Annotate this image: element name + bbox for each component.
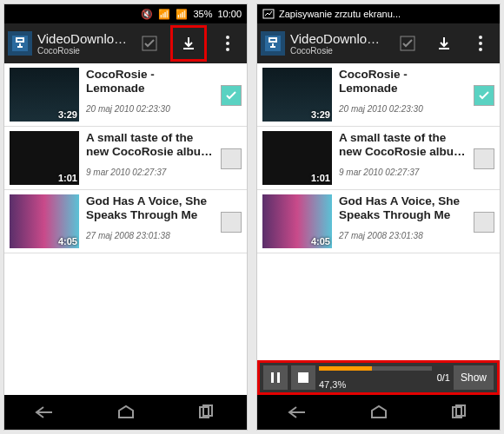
thumbnail[interactable]: 3:29 (262, 68, 332, 122)
status-bar: Zapisywanie zrzutu ekranu... (257, 4, 500, 23)
list-item[interactable]: 4:05 God Has A Voice, She Speaks Through… (4, 190, 247, 253)
list-item[interactable]: 1:01 A small taste of the new CocoRosie … (4, 127, 247, 190)
overflow-menu[interactable] (212, 28, 243, 59)
download-bar: 47,3% 0/1 Show (257, 360, 500, 395)
status-bar: 🔇 📶 📶 35% 10:00 (4, 4, 247, 23)
thumbnail[interactable]: 4:05 (10, 194, 79, 248)
home-button[interactable] (367, 404, 391, 420)
svg-rect-7 (271, 372, 274, 383)
progress: 47,3% 0/1 (319, 366, 450, 390)
list-item[interactable]: 1:01 A small taste of the new CocoRosie … (257, 127, 500, 190)
duration: 3:29 (58, 109, 77, 120)
duration: 4:05 (311, 236, 330, 247)
app-icon[interactable] (8, 31, 32, 56)
thumbnail[interactable]: 1:01 (10, 131, 79, 185)
app-subtitle: CocoRosie (290, 46, 387, 56)
clock: 10:00 (217, 9, 242, 19)
notification-text: Zapisywanie zrzutu ekranu... (279, 9, 401, 19)
duration: 1:01 (58, 173, 77, 183)
checkbox[interactable] (221, 148, 242, 169)
video-date: 27 maj 2008 23:01:38 (339, 231, 467, 240)
video-title: God Has A Voice, She Speaks Through Me (86, 194, 214, 222)
progress-counter: 0/1 (437, 372, 450, 383)
app-icon[interactable] (261, 31, 285, 56)
thumbnail[interactable]: 4:05 (262, 194, 332, 248)
app-title: VideoDownlo… (290, 31, 387, 46)
signal-icon: 📶 (176, 9, 188, 20)
video-list: 3:29 CocoRosie - Lemonade20 maj 2010 02:… (4, 63, 247, 395)
overflow-menu[interactable] (465, 28, 496, 59)
svg-rect-9 (298, 372, 308, 383)
phone-left: 🔇 📶 📶 35% 10:00 VideoDownlo… CocoRosie (3, 3, 248, 431)
video-date: 9 mar 2010 02:27:37 (86, 168, 214, 177)
thumbnail[interactable]: 1:01 (262, 131, 332, 185)
back-button[interactable] (33, 404, 57, 420)
title-box: VideoDownlo… CocoRosie (290, 31, 387, 56)
checkbox[interactable] (474, 148, 494, 169)
progress-bar (319, 366, 432, 371)
download-button[interactable] (428, 28, 460, 59)
wifi-icon: 📶 (158, 9, 170, 20)
list-item[interactable]: 4:05 God Has A Voice, She Speaks Through… (257, 190, 500, 253)
app-subtitle: CocoRosie (37, 46, 129, 56)
list-item[interactable]: 3:29 CocoRosie - Lemonade20 maj 2010 02:… (257, 63, 500, 127)
download-button[interactable] (170, 25, 207, 62)
appbar: VideoDownlo… CocoRosie (257, 23, 500, 63)
video-date: 27 maj 2008 23:01:38 (86, 231, 214, 240)
video-title: A small taste of the new CocoRosie albu… (86, 131, 214, 159)
recent-button[interactable] (195, 404, 219, 420)
checkbox[interactable] (474, 85, 494, 106)
progress-percent: 47,3% (319, 379, 432, 390)
svg-rect-8 (277, 372, 280, 383)
video-date: 20 maj 2010 02:23:30 (339, 104, 467, 114)
checkbox[interactable] (474, 212, 494, 233)
show-button[interactable]: Show (454, 365, 494, 390)
video-title: CocoRosie - Lemonade (339, 68, 467, 95)
duration: 3:29 (311, 109, 330, 120)
stop-button[interactable] (291, 365, 315, 390)
nav-bar (4, 395, 247, 430)
app-title: VideoDownlo… (37, 31, 129, 46)
title-box: VideoDownlo… CocoRosie (37, 31, 129, 56)
back-button[interactable] (286, 404, 310, 420)
checkbox[interactable] (221, 212, 242, 233)
checkbox[interactable] (221, 85, 242, 106)
video-title: A small taste of the new CocoRosie albu… (339, 131, 467, 159)
appbar: VideoDownlo… CocoRosie (4, 23, 247, 63)
duration: 4:05 (58, 236, 77, 247)
thumbnail[interactable]: 3:29 (10, 68, 79, 122)
screenshot-icon (262, 9, 275, 19)
recent-button[interactable] (448, 404, 472, 420)
video-title: CocoRosie - Lemonade (86, 68, 214, 95)
home-button[interactable] (114, 404, 138, 420)
mute-icon: 🔇 (141, 9, 153, 20)
video-list: 3:29 CocoRosie - Lemonade20 maj 2010 02:… (257, 63, 500, 360)
duration: 1:01 (311, 173, 330, 183)
select-all-button[interactable] (134, 28, 165, 59)
pause-button[interactable] (263, 365, 288, 390)
select-all-button[interactable] (392, 28, 423, 59)
video-title: God Has A Voice, She Speaks Through Me (339, 194, 467, 222)
list-item[interactable]: 3:29 CocoRosie - Lemonade20 maj 2010 02:… (4, 63, 247, 127)
video-date: 9 mar 2010 02:27:37 (339, 168, 467, 177)
phone-right: Zapisywanie zrzutu ekranu... VideoDownlo… (256, 3, 501, 431)
nav-bar (257, 395, 500, 430)
video-date: 20 maj 2010 02:23:30 (86, 104, 214, 114)
battery-pct: 35% (193, 9, 212, 19)
